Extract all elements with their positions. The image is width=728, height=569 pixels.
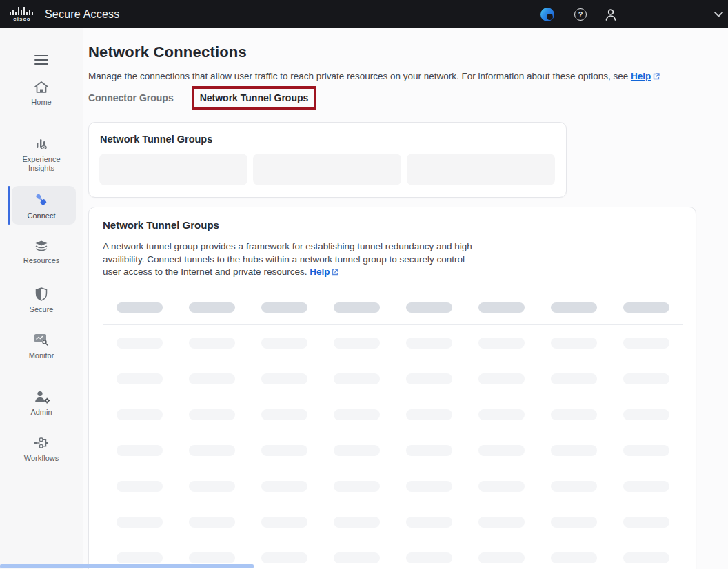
skeleton-block bbox=[407, 154, 555, 185]
table-row bbox=[117, 517, 696, 528]
skeleton-header-pill bbox=[117, 302, 163, 313]
sidebar-item-experience-insights[interactable]: Experience Insights bbox=[0, 137, 83, 173]
workflows-icon bbox=[33, 436, 50, 450]
skeleton-cell-pill bbox=[551, 552, 597, 563]
skeleton-cell-pill bbox=[406, 373, 452, 384]
admin-icon bbox=[34, 390, 50, 404]
horizontal-scrollbar-thumb[interactable] bbox=[0, 564, 254, 568]
skeleton-cell-pill bbox=[406, 409, 452, 420]
skeleton-cell-pill bbox=[551, 409, 597, 420]
top-bar: cisco Secure Access ? bbox=[0, 0, 728, 28]
sidebar-item-label: Workflows bbox=[24, 454, 59, 463]
tab-network-tunnel-groups[interactable]: Network Tunnel Groups bbox=[200, 92, 309, 103]
chevron-down-icon[interactable] bbox=[709, 0, 728, 28]
skeleton-cell-pill bbox=[117, 552, 163, 563]
summary-card-title: Network Tunnel Groups bbox=[100, 134, 212, 145]
connect-plug-icon bbox=[33, 192, 50, 207]
external-link-icon bbox=[653, 73, 660, 80]
skeleton-cell-pill bbox=[478, 481, 525, 492]
skeleton-header-pill bbox=[189, 302, 235, 313]
skeleton-cell-pill bbox=[189, 481, 235, 492]
skeleton-block bbox=[99, 154, 247, 185]
skeleton-cell-pill bbox=[117, 445, 163, 456]
skeleton-cell-pill bbox=[261, 481, 307, 492]
skeleton-cell-pill bbox=[117, 409, 163, 420]
sidebar-item-label: Resources bbox=[23, 256, 60, 265]
sidebar-item-label: Monitor bbox=[29, 351, 54, 360]
skeleton-cell-pill bbox=[117, 373, 163, 384]
skeleton-cell-pill bbox=[334, 517, 380, 528]
monitor-icon bbox=[33, 332, 50, 347]
subtitle-text: Manage the connections that allow user t… bbox=[88, 71, 631, 81]
skeleton-cell-pill bbox=[117, 338, 163, 349]
sidebar-item-label: Home bbox=[31, 98, 51, 107]
skeleton-cell-pill bbox=[623, 481, 669, 492]
description-text: A network tunnel group provides a framew… bbox=[103, 241, 472, 277]
sidebar-item-label: Secure bbox=[30, 305, 54, 314]
skeleton-cell-pill bbox=[261, 517, 307, 528]
sidebar-item-resources[interactable]: Resources bbox=[0, 240, 83, 265]
skeleton-cell-pill bbox=[478, 409, 525, 420]
skeleton-cell-pill bbox=[334, 481, 380, 492]
page-title: Network Connections bbox=[88, 43, 247, 61]
skeleton-header-pill bbox=[623, 302, 669, 313]
skeleton-cell-pill bbox=[261, 338, 307, 349]
sidebar-item-label: Experience Insights bbox=[12, 155, 70, 173]
skeleton-cell-pill bbox=[261, 409, 307, 420]
account-icon[interactable] bbox=[601, 0, 620, 28]
menu-toggle-icon[interactable] bbox=[0, 55, 83, 65]
summary-skeleton-row bbox=[99, 154, 555, 185]
ai-assistant-icon[interactable] bbox=[538, 0, 557, 28]
skeleton-cell-pill bbox=[406, 338, 452, 349]
skeleton-header-pill bbox=[261, 302, 307, 313]
app-title: Secure Access bbox=[45, 8, 119, 21]
shield-icon bbox=[35, 287, 48, 301]
skeleton-cell-pill bbox=[551, 445, 597, 456]
sidebar-item-home[interactable]: Home bbox=[0, 81, 83, 107]
skeleton-cell-pill bbox=[623, 338, 669, 349]
sidebar-item-connect[interactable]: Connect bbox=[0, 192, 83, 220]
skeleton-cell-pill bbox=[261, 373, 307, 384]
skeleton-header-pill bbox=[551, 302, 597, 313]
sidebar-item-monitor[interactable]: Monitor bbox=[0, 332, 83, 360]
sidebar-item-admin[interactable]: Admin bbox=[0, 390, 83, 417]
skeleton-cell-pill bbox=[334, 338, 380, 349]
skeleton-cell-pill bbox=[406, 481, 452, 492]
skeleton-cell-pill bbox=[623, 409, 669, 420]
skeleton-cell-pill bbox=[189, 552, 235, 563]
table-card-description: A network tunnel group provides a framew… bbox=[103, 240, 483, 279]
skeleton-cell-pill bbox=[117, 517, 163, 528]
skeleton-cell-pill bbox=[189, 517, 235, 528]
table-row bbox=[117, 338, 696, 349]
skeleton-cell-pill bbox=[623, 517, 669, 528]
cisco-wordmark: cisco bbox=[13, 16, 30, 22]
table-skeleton-header bbox=[117, 302, 696, 313]
skeleton-cell-pill bbox=[189, 373, 235, 384]
skeleton-cell-pill bbox=[551, 338, 597, 349]
table-row bbox=[117, 445, 696, 456]
sidebar-item-label: Connect bbox=[28, 211, 56, 220]
skeleton-cell-pill bbox=[478, 373, 525, 384]
sidebar-item-secure[interactable]: Secure bbox=[0, 287, 83, 314]
skeleton-cell-pill bbox=[478, 517, 525, 528]
help-icon[interactable]: ? bbox=[571, 0, 590, 28]
skeleton-cell-pill bbox=[623, 445, 669, 456]
insights-icon bbox=[34, 137, 49, 151]
tunnel-groups-summary-card: Network Tunnel Groups bbox=[88, 122, 567, 198]
home-icon bbox=[34, 81, 49, 94]
table-row bbox=[117, 409, 696, 420]
skeleton-header-pill bbox=[406, 302, 452, 313]
help-link[interactable]: Help bbox=[631, 71, 651, 81]
skeleton-cell-pill bbox=[623, 373, 669, 384]
tab-connector-groups[interactable]: Connector Groups bbox=[88, 92, 174, 103]
skeleton-cell-pill bbox=[478, 552, 525, 563]
skeleton-cell-pill bbox=[478, 445, 525, 456]
skeleton-cell-pill bbox=[334, 409, 380, 420]
sidebar-item-workflows[interactable]: Workflows bbox=[0, 436, 83, 463]
skeleton-cell-pill bbox=[478, 338, 525, 349]
skeleton-cell-pill bbox=[551, 481, 597, 492]
help-link[interactable]: Help bbox=[310, 267, 330, 277]
skeleton-cell-pill bbox=[261, 552, 307, 563]
red-annotation-box: Network Tunnel Groups bbox=[192, 86, 317, 110]
page-subtitle: Manage the connections that allow user t… bbox=[88, 71, 660, 81]
